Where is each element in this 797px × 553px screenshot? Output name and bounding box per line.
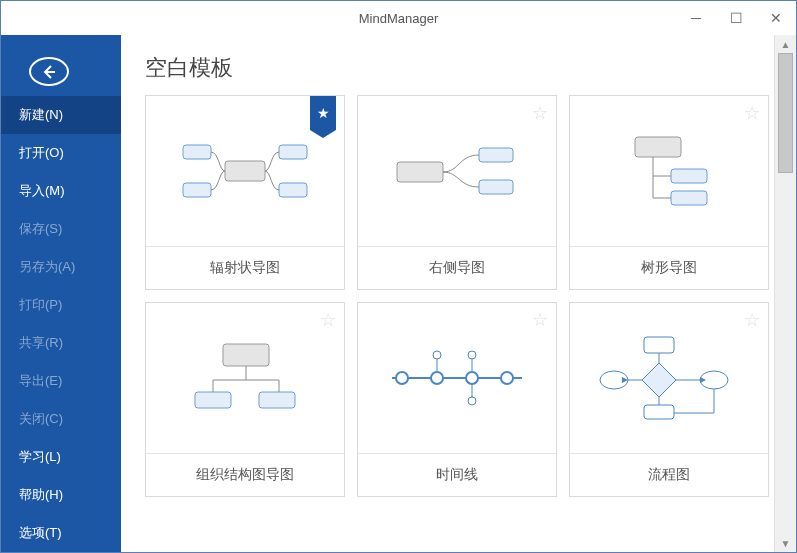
favorite-star-icon[interactable]: ☆ bbox=[744, 102, 760, 124]
sidebar-item-5[interactable]: 打印(P) bbox=[1, 286, 121, 324]
app-window: MindManager ─ ☐ ✕ 新建(N)打开(O)导入(M)保存(S)另存… bbox=[0, 0, 797, 553]
favorite-star-icon[interactable]: ☆ bbox=[744, 309, 760, 331]
sidebar-item-1[interactable]: 打开(O) bbox=[1, 134, 121, 172]
svg-rect-11 bbox=[223, 344, 269, 366]
svg-rect-12 bbox=[195, 392, 231, 408]
template-label: 辐射状导图 bbox=[146, 246, 344, 289]
template-card-3[interactable]: ☆组织结构图导图 bbox=[145, 302, 345, 497]
scroll-up-icon[interactable]: ▲ bbox=[775, 35, 796, 53]
sidebar-item-4[interactable]: 另存为(A) bbox=[1, 248, 121, 286]
template-preview: ☆ bbox=[570, 303, 768, 453]
svg-rect-8 bbox=[635, 137, 681, 157]
template-preview: ☆ bbox=[570, 96, 768, 246]
template-preview: ☆ bbox=[358, 96, 556, 246]
section-title: 空白模板 bbox=[145, 53, 750, 83]
svg-point-18 bbox=[501, 372, 513, 384]
favorite-star-icon[interactable]: ☆ bbox=[320, 309, 336, 331]
svg-point-15 bbox=[396, 372, 408, 384]
template-card-4[interactable]: ☆时间线 bbox=[357, 302, 557, 497]
svg-rect-25 bbox=[644, 337, 674, 353]
template-preview: ☆ bbox=[146, 303, 344, 453]
svg-rect-1 bbox=[183, 145, 211, 159]
close-button[interactable]: ✕ bbox=[756, 1, 796, 35]
svg-rect-0 bbox=[225, 161, 265, 181]
svg-point-20 bbox=[433, 351, 441, 359]
svg-rect-2 bbox=[183, 183, 211, 197]
featured-ribbon: ★ bbox=[310, 96, 336, 130]
svg-rect-29 bbox=[644, 405, 674, 419]
scrollbar[interactable]: ▲ ▼ bbox=[774, 35, 796, 552]
template-grid: ★辐射状导图☆右侧导图☆树形导图☆组织结构图导图☆时间线☆流程图 bbox=[145, 95, 750, 497]
svg-point-24 bbox=[468, 351, 476, 359]
svg-rect-3 bbox=[279, 145, 307, 159]
content-inner: 空白模板 ★辐射状导图☆右侧导图☆树形导图☆组织结构图导图☆时间线☆流程图 bbox=[121, 35, 774, 552]
svg-rect-6 bbox=[479, 148, 513, 162]
scroll-down-icon[interactable]: ▼ bbox=[775, 534, 796, 552]
app-title: MindManager bbox=[359, 11, 439, 26]
template-preview: ☆ bbox=[358, 303, 556, 453]
template-label: 树形导图 bbox=[570, 246, 768, 289]
svg-rect-4 bbox=[279, 183, 307, 197]
scroll-thumb[interactable] bbox=[778, 53, 793, 173]
scroll-track[interactable] bbox=[775, 53, 796, 534]
sidebar: 新建(N)打开(O)导入(M)保存(S)另存为(A)打印(P)共享(R)导出(E… bbox=[1, 35, 121, 552]
template-card-5[interactable]: ☆流程图 bbox=[569, 302, 769, 497]
svg-point-22 bbox=[468, 397, 476, 405]
svg-rect-13 bbox=[259, 392, 295, 408]
favorite-star-icon[interactable]: ☆ bbox=[532, 102, 548, 124]
sidebar-item-3[interactable]: 保存(S) bbox=[1, 210, 121, 248]
favorite-star-icon[interactable]: ☆ bbox=[532, 309, 548, 331]
template-label: 时间线 bbox=[358, 453, 556, 496]
sidebar-item-8[interactable]: 关闭(C) bbox=[1, 400, 121, 438]
sidebar-item-10[interactable]: 帮助(H) bbox=[1, 476, 121, 514]
titlebar: MindManager ─ ☐ ✕ bbox=[1, 1, 796, 35]
template-preview: ★ bbox=[146, 96, 344, 246]
content-area: 空白模板 ★辐射状导图☆右侧导图☆树形导图☆组织结构图导图☆时间线☆流程图 ▲ … bbox=[121, 35, 796, 552]
svg-rect-5 bbox=[397, 162, 443, 182]
template-label: 右侧导图 bbox=[358, 246, 556, 289]
template-label: 流程图 bbox=[570, 453, 768, 496]
template-label: 组织结构图导图 bbox=[146, 453, 344, 496]
star-icon: ★ bbox=[317, 105, 330, 121]
template-card-2[interactable]: ☆树形导图 bbox=[569, 95, 769, 290]
sidebar-item-6[interactable]: 共享(R) bbox=[1, 324, 121, 362]
sidebar-item-11[interactable]: 选项(T) bbox=[1, 514, 121, 552]
sidebar-item-7[interactable]: 导出(E) bbox=[1, 362, 121, 400]
svg-point-16 bbox=[431, 372, 443, 384]
back-button[interactable] bbox=[29, 57, 69, 86]
svg-rect-9 bbox=[671, 169, 707, 183]
main-area: 新建(N)打开(O)导入(M)保存(S)另存为(A)打印(P)共享(R)导出(E… bbox=[1, 35, 796, 552]
svg-rect-10 bbox=[671, 191, 707, 205]
window-controls: ─ ☐ ✕ bbox=[676, 1, 796, 35]
minimize-button[interactable]: ─ bbox=[676, 1, 716, 35]
svg-rect-7 bbox=[479, 180, 513, 194]
arrow-left-icon bbox=[40, 63, 58, 81]
maximize-button[interactable]: ☐ bbox=[716, 1, 756, 35]
sidebar-item-2[interactable]: 导入(M) bbox=[1, 172, 121, 210]
sidebar-item-9[interactable]: 学习(L) bbox=[1, 438, 121, 476]
svg-point-17 bbox=[466, 372, 478, 384]
template-card-0[interactable]: ★辐射状导图 bbox=[145, 95, 345, 290]
svg-marker-26 bbox=[642, 363, 676, 397]
template-card-1[interactable]: ☆右侧导图 bbox=[357, 95, 557, 290]
sidebar-item-0[interactable]: 新建(N) bbox=[1, 96, 121, 134]
